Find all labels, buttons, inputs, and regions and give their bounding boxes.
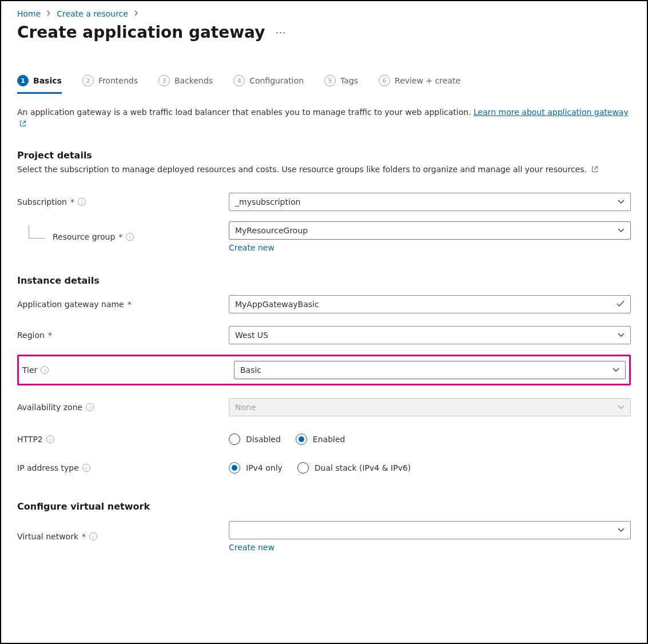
http2-disabled-radio[interactable]: Disabled <box>229 434 281 445</box>
intro-text: An application gateway is a web traffic … <box>17 106 631 130</box>
info-icon[interactable]: i <box>41 366 49 374</box>
availability-zone-select: None <box>229 398 631 416</box>
info-icon[interactable]: i <box>86 403 94 411</box>
section-vnet: Configure virtual network <box>17 501 631 512</box>
required-icon: * <box>128 300 132 309</box>
tier-highlight: Tier i Basic <box>17 355 631 385</box>
tab-step-number: 6 <box>379 75 390 86</box>
tab-basics[interactable]: 1 Basics <box>17 75 62 94</box>
page-title: Create application gateway <box>17 23 265 42</box>
tab-review-create[interactable]: 6 Review + create <box>379 75 460 94</box>
region-label: Region <box>17 331 45 340</box>
chevron-right-icon <box>134 10 138 18</box>
resource-group-select[interactable]: MyResourceGroup <box>229 221 631 240</box>
region-select[interactable]: West US <box>229 326 631 344</box>
tab-frontends[interactable]: 2 Frontends <box>82 75 138 94</box>
tier-value: Basic <box>240 365 261 375</box>
info-icon[interactable]: i <box>78 198 86 206</box>
http2-label: HTTP2 <box>17 435 43 444</box>
wizard-tabs: 1 Basics 2 Frontends 3 Backends 4 Config… <box>17 75 631 94</box>
tab-backends[interactable]: 3 Backends <box>158 75 213 94</box>
tab-step-number: 3 <box>158 75 170 86</box>
resource-group-label: Resource group <box>53 232 115 241</box>
chevron-down-icon <box>618 405 625 410</box>
create-new-vnet-link[interactable]: Create new <box>229 543 631 552</box>
tab-step-number: 4 <box>233 75 245 86</box>
chevron-down-icon <box>618 228 625 233</box>
breadcrumb-home[interactable]: Home <box>17 9 41 18</box>
http2-radio-group: Disabled Enabled <box>229 434 631 445</box>
resource-group-value: MyResourceGroup <box>235 226 308 235</box>
radio-label: Dual stack (IPv4 & IPv6) <box>315 463 411 472</box>
required-icon: * <box>70 197 74 206</box>
info-icon[interactable]: i <box>46 435 54 443</box>
tab-label: Tags <box>340 76 358 85</box>
availability-zone-label: Availability zone <box>17 403 82 412</box>
vnet-select[interactable] <box>229 521 631 539</box>
tab-step-number: 5 <box>324 75 336 86</box>
subscription-select[interactable]: _mysubscription <box>229 193 631 211</box>
ip-type-radio-group: IPv4 only Dual stack (IPv4 & IPv6) <box>229 462 631 474</box>
subscription-label: Subscription <box>17 197 67 206</box>
http2-enabled-radio[interactable]: Enabled <box>296 434 345 445</box>
chevron-right-icon <box>46 10 51 18</box>
chevron-down-icon <box>618 333 625 337</box>
tab-label: Basics <box>33 76 62 85</box>
tier-select[interactable]: Basic <box>234 361 626 379</box>
gateway-name-input[interactable]: MyAppGatewayBasic <box>229 295 631 313</box>
chevron-down-icon <box>618 200 625 204</box>
required-icon: * <box>48 331 52 340</box>
gateway-name-label: Application gateway name <box>17 300 124 309</box>
intro-body: An application gateway is a web traffic … <box>17 108 474 117</box>
radio-label: Enabled <box>313 435 345 444</box>
more-actions-icon[interactable]: ⋯ <box>275 27 287 38</box>
subscription-value: _mysubscription <box>235 197 300 206</box>
tab-tags[interactable]: 5 Tags <box>324 75 358 94</box>
tab-step-number: 1 <box>17 75 29 86</box>
tab-label: Frontends <box>98 76 138 85</box>
breadcrumb-create-resource[interactable]: Create a resource <box>57 9 128 18</box>
tab-configuration[interactable]: 4 Configuration <box>233 75 304 94</box>
ip-type-label: IP address type <box>17 463 79 472</box>
radio-label: IPv4 only <box>246 463 283 472</box>
ip-type-dualstack-radio[interactable]: Dual stack (IPv4 & IPv6) <box>297 462 411 474</box>
breadcrumb: Home Create a resource <box>17 9 631 18</box>
tab-label: Review + create <box>395 76 460 85</box>
section-instance-details: Instance details <box>17 275 631 286</box>
info-icon[interactable]: i <box>82 464 90 472</box>
region-value: West US <box>235 331 268 340</box>
tab-label: Backends <box>174 76 213 85</box>
info-icon[interactable]: i <box>89 532 97 540</box>
required-icon: * <box>82 532 86 541</box>
tier-label: Tier <box>22 365 37 375</box>
gateway-name-value: MyAppGatewayBasic <box>235 300 319 309</box>
chevron-down-icon <box>618 528 625 532</box>
required-icon: * <box>118 232 122 241</box>
project-details-desc: Select the subscription to manage deploy… <box>17 164 631 176</box>
external-link-icon <box>19 118 26 130</box>
ip-type-ipv4-radio[interactable]: IPv4 only <box>229 462 283 474</box>
vnet-label: Virtual network <box>17 532 78 541</box>
info-icon[interactable]: i <box>126 233 134 241</box>
validated-check-icon <box>617 300 625 309</box>
chevron-down-icon <box>613 368 619 372</box>
radio-label: Disabled <box>246 435 281 444</box>
tab-step-number: 2 <box>82 75 94 86</box>
section-project-details: Project details <box>17 150 631 161</box>
external-link-icon <box>591 165 598 176</box>
tab-label: Configuration <box>249 76 304 85</box>
create-new-resource-group-link[interactable]: Create new <box>229 243 631 252</box>
availability-zone-value: None <box>235 403 256 412</box>
